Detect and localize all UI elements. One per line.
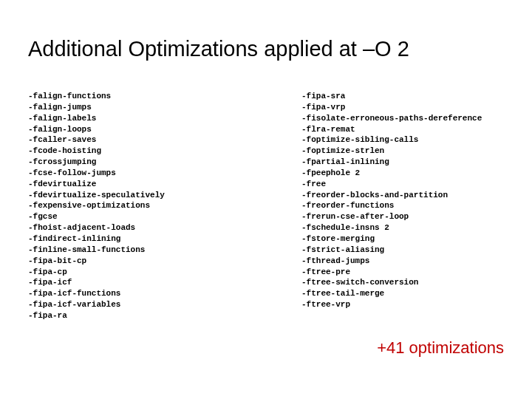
compiler-flag: -fpeephole 2 bbox=[301, 168, 482, 179]
compiler-flag: -fipa-sra bbox=[301, 91, 482, 102]
compiler-flag: -freorder-functions bbox=[301, 200, 482, 211]
compiler-flag: -fcse-follow-jumps bbox=[28, 168, 301, 179]
compiler-flag: -fipa-ra bbox=[28, 310, 301, 321]
compiler-flag: -fcaller-saves bbox=[28, 134, 301, 146]
compiler-flag: -flra-remat bbox=[301, 124, 482, 135]
compiler-flag: -ftree-pre bbox=[301, 267, 482, 278]
compiler-flag: -ftree-switch-conversion bbox=[301, 277, 482, 288]
compiler-flag: -falign-labels bbox=[28, 113, 301, 124]
compiler-flag: -fipa-icf-functions bbox=[28, 288, 301, 299]
compiler-flag: -fdevirtualize bbox=[28, 179, 301, 190]
flags-column-left: -falign-functions-falign-jumps-falign-la… bbox=[28, 91, 301, 321]
compiler-flag: -ftree-tail-merge bbox=[301, 288, 482, 299]
compiler-flag: -fstrict-aliasing bbox=[301, 245, 482, 256]
compiler-flag: -fdevirtualize-speculatively bbox=[28, 190, 301, 201]
compiler-flag: -fcrossjumping bbox=[28, 157, 301, 168]
compiler-flag: -foptimize-strlen bbox=[301, 146, 482, 157]
flags-columns: -falign-functions-falign-jumps-falign-la… bbox=[28, 91, 504, 321]
compiler-flag: -fschedule-insns 2 bbox=[301, 222, 482, 233]
compiler-flag: -findirect-inlining bbox=[28, 233, 301, 245]
compiler-flag: -falign-functions bbox=[28, 91, 301, 102]
compiler-flag: -fipa-bit-cp bbox=[28, 256, 301, 267]
compiler-flag: -falign-jumps bbox=[28, 102, 301, 113]
compiler-flag: -fstore-merging bbox=[301, 233, 482, 245]
compiler-flag: -fipa-vrp bbox=[301, 102, 482, 113]
compiler-flag: -fpartial-inlining bbox=[301, 157, 482, 168]
compiler-flag: -fgcse bbox=[28, 211, 301, 222]
page-title: Additional Optimizations applied at –O 2 bbox=[28, 37, 504, 61]
compiler-flag: -fexpensive-optimizations bbox=[28, 200, 301, 211]
compiler-flag: -frerun-cse-after-loop bbox=[301, 211, 482, 222]
compiler-flag: -fthread-jumps bbox=[301, 256, 482, 267]
flags-column-right: -fipa-sra-fipa-vrp-fisolate-erroneous-pa… bbox=[301, 91, 482, 321]
compiler-flag: -fipa-icf bbox=[28, 277, 301, 288]
compiler-flag: -fhoist-adjacent-loads bbox=[28, 222, 301, 233]
compiler-flag: -fcode-hoisting bbox=[28, 146, 301, 157]
compiler-flag: -free bbox=[301, 179, 482, 190]
compiler-flag: -fisolate-erroneous-paths-dereference bbox=[301, 113, 482, 124]
summary-count: +41 optimizations bbox=[377, 338, 504, 358]
compiler-flag: -foptimize-sibling-calls bbox=[301, 134, 482, 146]
compiler-flag: -fipa-icf-variables bbox=[28, 299, 301, 310]
compiler-flag: -finline-small-functions bbox=[28, 245, 301, 256]
compiler-flag: -fipa-cp bbox=[28, 267, 301, 278]
compiler-flag: -ftree-vrp bbox=[301, 299, 482, 310]
compiler-flag: -freorder-blocks-and-partition bbox=[301, 190, 482, 201]
compiler-flag: -falign-loops bbox=[28, 124, 301, 135]
